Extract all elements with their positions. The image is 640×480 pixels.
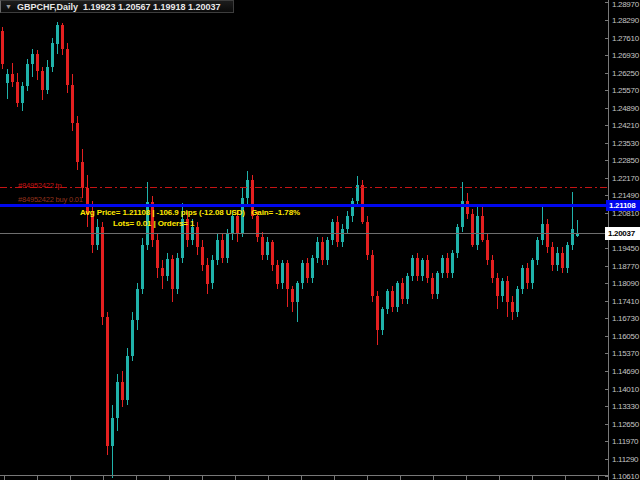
candle-body bbox=[411, 258, 414, 276]
candle-body bbox=[556, 253, 559, 266]
candle-body bbox=[291, 289, 294, 302]
candle-body bbox=[486, 240, 489, 261]
current-price-axis-badge: 1.20037 bbox=[605, 227, 640, 240]
candle-body bbox=[316, 242, 319, 258]
candle-body bbox=[541, 224, 544, 240]
candle-body bbox=[271, 242, 274, 265]
candle-body bbox=[116, 382, 119, 418]
price-axis-label: 1.11970 bbox=[612, 437, 638, 446]
candle-body bbox=[66, 49, 69, 85]
candle-body bbox=[246, 180, 249, 198]
candle-body bbox=[121, 382, 124, 400]
candle-body bbox=[51, 43, 54, 66]
price-axis-label: 1.13330 bbox=[612, 402, 639, 411]
trade-info-lots-orders: Lots= 0.01 | Orders= 1 bbox=[113, 219, 194, 228]
candle-body bbox=[501, 281, 504, 297]
candle-body bbox=[71, 85, 74, 124]
candle-body bbox=[421, 260, 424, 276]
candle-body bbox=[36, 54, 39, 71]
candle-body bbox=[566, 245, 569, 268]
candle-body bbox=[511, 302, 514, 312]
candle-body bbox=[381, 309, 384, 330]
price-axis-label: 1.23530 bbox=[612, 139, 639, 148]
candle-body bbox=[236, 216, 239, 234]
candle-body bbox=[351, 201, 354, 217]
candle-body bbox=[56, 25, 59, 43]
candle-body bbox=[1, 31, 4, 65]
candle-body bbox=[276, 265, 279, 283]
candle-body bbox=[211, 260, 214, 283]
candle-body bbox=[536, 240, 539, 261]
candle-body bbox=[531, 260, 534, 283]
candle-body bbox=[26, 64, 29, 86]
price-axis-label: 1.28290 bbox=[612, 16, 639, 25]
candle-body bbox=[171, 259, 174, 289]
candle-body bbox=[201, 247, 204, 265]
candle-body bbox=[571, 229, 574, 245]
candle-body bbox=[526, 268, 529, 284]
candle-body bbox=[196, 227, 199, 248]
candle-body bbox=[261, 237, 264, 255]
candle-body bbox=[306, 263, 309, 279]
candle-body bbox=[426, 260, 429, 278]
candle-body bbox=[101, 227, 104, 317]
price-axis-label: 1.16730 bbox=[612, 314, 639, 323]
price-axis-label: 1.11290 bbox=[612, 455, 638, 464]
candle-body bbox=[551, 247, 554, 265]
candle-body bbox=[321, 242, 324, 260]
candle-body bbox=[371, 255, 374, 296]
chart-title-bar[interactable]: ▼ GBPCHF,Daily 1.19923 1.20567 1.19918 1… bbox=[0, 0, 234, 13]
candle-body bbox=[456, 227, 459, 253]
candle-body bbox=[131, 320, 134, 356]
candle-body bbox=[111, 418, 114, 446]
candle-body bbox=[496, 278, 499, 296]
trade-info-avg-price: Avg Price= 1.21108 | -106.9 pips (-12.08… bbox=[80, 208, 300, 217]
candle-body bbox=[106, 317, 109, 446]
candle-body bbox=[491, 260, 494, 278]
candle-body bbox=[6, 74, 9, 83]
candle-body bbox=[336, 222, 339, 243]
candle-body bbox=[481, 216, 484, 239]
candle-body bbox=[401, 283, 404, 299]
candle-body bbox=[436, 273, 439, 294]
price-axis-label: 1.18770 bbox=[612, 262, 639, 271]
price-chart-canvas[interactable] bbox=[0, 0, 640, 480]
candle-body bbox=[221, 240, 224, 258]
candle-body bbox=[46, 67, 49, 90]
candle-body bbox=[266, 242, 269, 255]
price-axis-label: 1.22850 bbox=[612, 156, 639, 165]
candle-body bbox=[166, 259, 169, 276]
candle-body bbox=[81, 162, 84, 188]
price-axis-label: 1.15370 bbox=[612, 349, 639, 358]
buy-order-line-label[interactable]: #84952422 buy 0.01 bbox=[18, 195, 83, 204]
price-axis-label: 1.19450 bbox=[612, 244, 639, 253]
candle-body bbox=[216, 240, 219, 261]
chevron-down-icon[interactable]: ▼ bbox=[5, 3, 12, 10]
candle-body bbox=[11, 74, 14, 82]
price-axis-label: 1.25570 bbox=[612, 86, 639, 95]
candle-body bbox=[231, 216, 234, 234]
candle-body bbox=[206, 265, 209, 283]
price-axis-label: 1.27610 bbox=[612, 34, 639, 43]
candle-body bbox=[406, 276, 409, 299]
candle-body bbox=[561, 253, 564, 269]
candle-body bbox=[311, 258, 314, 279]
candle-body bbox=[361, 185, 364, 221]
candle-body bbox=[441, 258, 444, 274]
candle-body bbox=[431, 278, 434, 294]
candle-body bbox=[161, 268, 164, 276]
candle-body bbox=[476, 216, 479, 244]
price-axis-label: 1.12650 bbox=[612, 420, 639, 429]
candle-body bbox=[516, 289, 519, 312]
candle-body bbox=[391, 291, 394, 307]
mt4-chart-window: ▼ GBPCHF,Daily 1.19923 1.20567 1.19918 1… bbox=[0, 0, 640, 480]
candle-body bbox=[386, 291, 389, 309]
price-axis-label: 1.18090 bbox=[612, 279, 639, 288]
candle-body bbox=[286, 263, 289, 289]
candle-body bbox=[281, 263, 284, 284]
candle-body bbox=[31, 54, 34, 64]
candle-body bbox=[506, 281, 509, 302]
buy-price-axis-badge: 1.21108 bbox=[606, 200, 640, 211]
candle-body bbox=[141, 245, 144, 289]
tp-order-line-label[interactable]: #84952422 tp bbox=[18, 181, 61, 190]
